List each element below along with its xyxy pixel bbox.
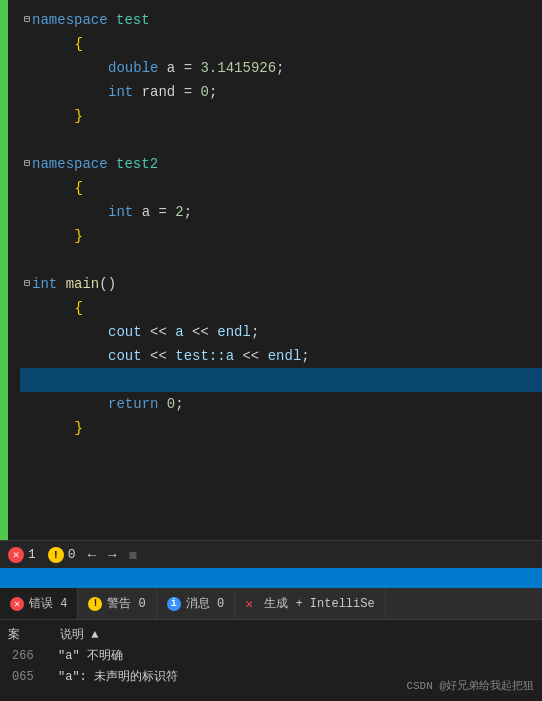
panel-tab-warn[interactable]: !警告 0 (78, 588, 156, 619)
token: << (184, 320, 218, 344)
token: namespace (32, 8, 116, 32)
indent-marker (24, 80, 41, 104)
indent-marker (24, 200, 41, 224)
indent-space (41, 200, 108, 224)
code-line: cout << test::a << endl; (20, 344, 542, 368)
error-count: 1 (28, 547, 36, 562)
code-line: return 0; (20, 392, 542, 416)
panel-tab-error[interactable]: ✕错误 4 (0, 588, 78, 619)
indent-space (41, 392, 108, 416)
indent-space (41, 416, 75, 440)
tab-build-icon: ✕ (245, 597, 259, 611)
code-line: ⊟namespace test (20, 8, 542, 32)
token: ; (209, 80, 217, 104)
token: () (99, 272, 116, 296)
token: ; (184, 200, 192, 224)
panel-col-label-text: 说明 ▲ (60, 626, 98, 643)
indent-space (41, 80, 108, 104)
token: double (108, 56, 158, 80)
indent-marker (24, 104, 41, 128)
fold-icon[interactable]: ⊟ (24, 8, 30, 32)
panel-header-row: 案 说明 ▲ (8, 624, 534, 645)
code-line: { (20, 296, 542, 320)
fold-icon[interactable]: ⊟ (24, 152, 30, 176)
panel-tab-info[interactable]: i消息 0 (157, 588, 235, 619)
editor-gutter (0, 0, 8, 540)
panel-tab-label: 错误 4 (29, 595, 67, 612)
code-line: int rand = 0; (20, 80, 542, 104)
tab-error-icon: ✕ (10, 597, 24, 611)
token: a = (133, 200, 175, 224)
token: << (142, 320, 176, 344)
token: << (142, 344, 176, 368)
token: ; (276, 56, 284, 80)
token: cout (108, 320, 142, 344)
warn-count: 0 (68, 547, 76, 562)
panel-row-line: 065 (12, 670, 50, 684)
token: rand = (133, 80, 200, 104)
panel-tabs: ✕错误 4!警告 0i消息 0✕生成 + IntelliSe (0, 588, 542, 620)
indent-space (41, 176, 75, 200)
token: { (74, 32, 82, 56)
panel-tab-label: 警告 0 (107, 595, 145, 612)
code-line (20, 128, 542, 152)
indent-marker (24, 320, 41, 344)
token: cout (108, 344, 142, 368)
panel-content: 案 说明 ▲ 266"a" 不明确065"a": 未声明的标识符 CSDN @好… (0, 620, 542, 701)
warn-status[interactable]: ! 0 (48, 547, 76, 563)
token: ; (301, 344, 309, 368)
code-line: int a = 2; (20, 200, 542, 224)
indent-marker (24, 176, 41, 200)
panel-error-row[interactable]: 266"a" 不明确 (8, 645, 534, 666)
panel-tab-build[interactable]: ✕生成 + IntelliSe (235, 588, 385, 619)
nav-right-button[interactable]: → (108, 547, 116, 563)
watermark: CSDN @好兄弟给我起把狙 (406, 678, 534, 693)
indent-space (41, 32, 75, 56)
panel-tab-label: 消息 0 (186, 595, 224, 612)
code-content[interactable]: ⊟namespace test { double a = 3.1415926; … (0, 0, 542, 448)
tab-info-icon: i (167, 597, 181, 611)
code-line: ⊟namespace test2 (20, 152, 542, 176)
token: test::a (175, 344, 234, 368)
indent-marker (24, 296, 41, 320)
indent-space (41, 320, 108, 344)
error-icon: ✕ (8, 547, 24, 563)
code-line: } (20, 416, 542, 440)
token: endl (217, 320, 251, 344)
panel-col-desc: 说明 ▲ (60, 626, 98, 643)
status-bar: ✕ 1 ! 0 ← → ◼ (0, 540, 542, 568)
tab-warn-icon: ! (88, 597, 102, 611)
nav-left-button[interactable]: ← (88, 547, 96, 563)
token: { (74, 296, 82, 320)
token: test (116, 8, 150, 32)
fold-icon[interactable]: ⊟ (24, 272, 30, 296)
token: a (175, 320, 183, 344)
error-status[interactable]: ✕ 1 (8, 547, 36, 563)
token: { (74, 176, 82, 200)
token (57, 272, 65, 296)
code-line: { (20, 32, 542, 56)
token: 3.1415926 (200, 56, 276, 80)
nav-stop-button: ◼ (128, 546, 136, 563)
panel-tab-label: 生成 + IntelliSe (264, 595, 374, 612)
indent-space (41, 296, 75, 320)
indent-marker (24, 416, 41, 440)
token: 2 (175, 200, 183, 224)
token: return (108, 392, 158, 416)
indent-space (41, 224, 75, 248)
token: test2 (116, 152, 158, 176)
token: int (108, 80, 133, 104)
token: ; (175, 392, 183, 416)
token: endl (268, 344, 302, 368)
token: namespace (32, 152, 116, 176)
code-line: ⊟int main() (20, 272, 542, 296)
token: 0 (200, 80, 208, 104)
code-line (20, 248, 542, 272)
token: int (32, 272, 57, 296)
panel-row-line: 266 (12, 649, 50, 663)
token: main (66, 272, 100, 296)
code-line: cout << a << endl; (20, 320, 542, 344)
code-line: double a = 3.1415926; (20, 56, 542, 80)
panel-row-text: "a" 不明确 (58, 647, 123, 664)
indent-marker (24, 392, 41, 416)
